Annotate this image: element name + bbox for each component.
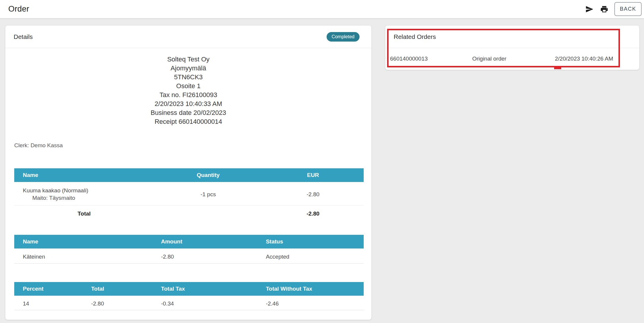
table-row: 14 -2.80 -0.34 -2.46 <box>14 296 364 310</box>
clerk-label: Clerk: Demo Kassa <box>14 142 371 149</box>
payments-table-header: Name Amount Status <box>14 235 364 248</box>
related-orders-header: Related Orders <box>385 26 639 48</box>
table-row: Käteinen -2.80 Accepted <box>14 248 364 264</box>
tax-header-total-without-tax: Total Without Tax <box>266 286 364 292</box>
receipt-line-datetime: 2/20/2023 10:40:33 AM <box>5 99 371 108</box>
item-eur: -2.80 <box>262 191 364 198</box>
receipt-line-tax-no: Tax no. FI26100093 <box>5 91 371 99</box>
total-label: Total <box>14 210 154 217</box>
tax-percent: 14 <box>14 300 91 307</box>
page-title: Order <box>8 4 29 14</box>
related-orders-card: Related Orders 660140000013 Original ord… <box>385 26 639 70</box>
table-row: Kuuma kaakao (Normaali) Maito: Täysmaito… <box>14 182 364 205</box>
details-title: Details <box>14 33 33 40</box>
receipt-line-address: Osoite 1 <box>5 82 371 91</box>
details-card-header: Details Completed <box>5 26 371 48</box>
details-card: Details Completed Solteq Test Oy Ajomyym… <box>5 26 371 320</box>
payments-header-name: Name <box>14 238 161 245</box>
items-table: Name Quantity EUR Kuuma kaakao (Normaali… <box>14 168 364 217</box>
item-name-cell: Kuuma kaakao (Normaali) Maito: Täysmaito <box>14 187 154 201</box>
items-header-name: Name <box>14 172 154 178</box>
back-button[interactable]: BACK <box>614 2 642 16</box>
topbar-actions: BACK <box>585 2 642 16</box>
receipt-line-store: Ajomyymälä <box>5 64 371 73</box>
related-order-number: 660140000013 <box>390 56 472 62</box>
total-value: -2.80 <box>262 210 364 217</box>
receipt-line-receipt-no: Receipt 660140000014 <box>5 117 371 126</box>
items-table-header: Name Quantity EUR <box>14 168 364 182</box>
payment-status: Accepted <box>266 254 364 260</box>
receipt-header-block: Solteq Test Oy Ajomyymälä 5TN6CK3 Osoite… <box>5 48 371 126</box>
tax-table-header: Percent Total Total Tax Total Without Ta… <box>14 282 364 296</box>
tax-header-total: Total <box>91 286 161 292</box>
tax-total-without-tax: -2.46 <box>266 300 364 307</box>
item-modifier: Maito: Täysmaito <box>23 195 154 201</box>
payments-header-status: Status <box>266 238 364 245</box>
payments-header-amount: Amount <box>161 238 266 245</box>
receipt-line-register: 5TN6CK3 <box>5 73 371 82</box>
related-order-row[interactable]: 660140000013 Original order 2/20/2023 10… <box>385 48 639 69</box>
tax-header-total-tax: Total Tax <box>161 286 266 292</box>
item-quantity: -1 pcs <box>154 191 262 198</box>
payment-name: Käteinen <box>14 254 161 260</box>
tax-total: -2.80 <box>91 300 161 307</box>
status-badge: Completed <box>327 32 360 42</box>
payments-table: Name Amount Status Käteinen -2.80 Accept… <box>14 235 364 264</box>
printer-icon[interactable] <box>600 4 609 14</box>
receipt-line-business-date: Business date 20/02/2023 <box>5 108 371 117</box>
tax-total-tax: -0.34 <box>161 300 266 307</box>
item-name: Kuuma kaakao (Normaali) <box>23 187 154 194</box>
related-orders-title: Related Orders <box>394 33 436 40</box>
tax-table: Percent Total Total Tax Total Without Ta… <box>14 282 364 310</box>
items-header-eur: EUR <box>262 172 364 178</box>
items-header-quantity: Quantity <box>154 172 262 178</box>
tax-header-percent: Percent <box>14 286 91 292</box>
receipt-line-company: Solteq Test Oy <box>5 55 371 64</box>
top-bar: Order BACK <box>0 0 644 18</box>
related-order-timestamp: 2/20/2023 10:40:26 AM <box>555 56 613 62</box>
send-icon[interactable] <box>585 4 594 14</box>
related-order-type: Original order <box>472 56 555 62</box>
items-total-row: Total -2.80 <box>14 205 364 217</box>
payment-amount: -2.80 <box>161 254 266 260</box>
